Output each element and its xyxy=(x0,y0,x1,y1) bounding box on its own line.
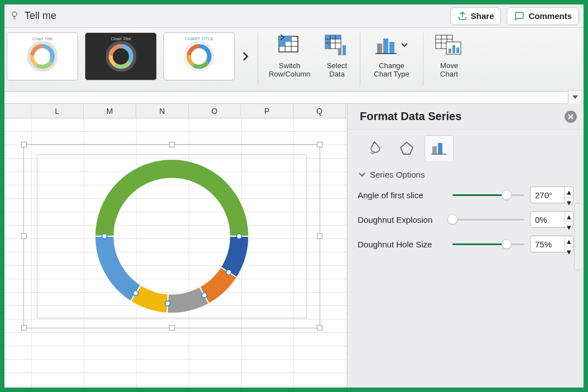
tell-me-search[interactable]: Tell me xyxy=(25,10,56,22)
step-up[interactable]: ▴ xyxy=(565,212,573,222)
donut-slice[interactable] xyxy=(95,159,249,236)
comments-label: Comments xyxy=(528,11,572,21)
chart-style-thumb[interactable]: CHART TITLE xyxy=(163,32,235,80)
explosion-slider[interactable] xyxy=(452,214,524,225)
switch-row-column-button[interactable]: SwitchRow/Column xyxy=(262,28,317,78)
svg-point-0 xyxy=(12,12,17,16)
svg-rect-14 xyxy=(325,35,330,49)
series-options-section[interactable]: Series Options xyxy=(359,170,573,179)
svg-rect-35 xyxy=(432,146,437,154)
ribbon-divider xyxy=(258,32,258,86)
series-selection-dot[interactable] xyxy=(226,270,231,275)
ribbon-collapse-button[interactable] xyxy=(568,90,582,104)
tab-effects[interactable] xyxy=(392,135,421,161)
angle-slider[interactable] xyxy=(452,189,524,200)
chart-type-icon xyxy=(375,34,408,57)
tab-series-options[interactable] xyxy=(425,135,454,161)
resize-handle[interactable] xyxy=(317,233,322,239)
resize-handle[interactable] xyxy=(21,325,27,331)
resize-handle[interactable] xyxy=(169,325,175,331)
series-selection-dot[interactable] xyxy=(133,290,138,295)
spreadsheet-grid[interactable]: LMNOPQ xyxy=(4,104,347,388)
tab-fill-line[interactable] xyxy=(360,135,389,161)
ribbon-divider xyxy=(360,32,360,86)
share-button[interactable]: Share xyxy=(450,7,502,25)
explosion-label: Doughnut Explosion xyxy=(358,215,452,224)
series-selection-dot[interactable] xyxy=(102,234,107,239)
comments-button[interactable]: Comments xyxy=(507,7,579,25)
explosion-input[interactable]: 0% ▴▾ xyxy=(530,211,573,228)
step-down[interactable]: ▾ xyxy=(565,246,573,257)
angle-input[interactable]: 270° ▴▾ xyxy=(530,187,573,203)
move-chart-button[interactable]: MoveChart xyxy=(427,28,471,78)
svg-rect-21 xyxy=(377,44,382,54)
resize-handle[interactable] xyxy=(317,325,322,331)
bulb-icon xyxy=(9,9,20,22)
hole-label: Doughnut Hole Size xyxy=(358,240,452,249)
svg-rect-22 xyxy=(383,39,388,54)
column-header[interactable]: M xyxy=(84,104,136,118)
chart-style-thumb[interactable]: Chart Title xyxy=(85,32,156,80)
svg-rect-11 xyxy=(285,36,291,41)
svg-rect-36 xyxy=(438,143,442,154)
resize-handle[interactable] xyxy=(21,233,27,239)
share-label: Share xyxy=(471,11,494,21)
svg-rect-10 xyxy=(279,41,285,46)
series-selection-dot[interactable] xyxy=(202,293,207,298)
svg-rect-32 xyxy=(452,45,455,53)
chart-style-thumb[interactable]: Chart Title xyxy=(7,32,78,80)
step-up[interactable]: ▴ xyxy=(565,236,573,246)
chart-styles-gallery[interactable]: Chart Title Chart Title xyxy=(7,32,252,80)
chart-object[interactable] xyxy=(23,144,320,328)
column-header[interactable]: P xyxy=(241,104,293,118)
angle-label: Angle of first slice xyxy=(358,190,452,200)
close-button[interactable] xyxy=(565,111,577,123)
chevron-down-icon xyxy=(401,41,408,50)
svg-rect-31 xyxy=(449,49,451,53)
step-down[interactable]: ▾ xyxy=(565,222,573,232)
svg-rect-23 xyxy=(389,42,394,54)
format-pane-title: Format Data Series xyxy=(360,110,461,123)
move-chart-icon xyxy=(435,34,463,57)
column-header[interactable]: Q xyxy=(293,104,346,118)
ribbon-divider xyxy=(423,32,423,86)
sidebar-tab-handle[interactable] xyxy=(574,203,584,270)
gallery-next-button[interactable] xyxy=(238,32,252,80)
resize-handle[interactable] xyxy=(21,142,27,147)
step-down[interactable]: ▾ xyxy=(565,197,573,208)
chevron-down-icon xyxy=(359,170,365,179)
select-data-icon xyxy=(325,34,349,57)
resize-handle[interactable] xyxy=(169,142,175,147)
format-pane: Format Data Series xyxy=(347,104,584,388)
hole-input[interactable]: 75% ▴▾ xyxy=(530,236,573,252)
column-header[interactable]: O xyxy=(189,104,241,118)
series-selection-dot[interactable] xyxy=(165,301,170,306)
select-data-button[interactable]: SelectData xyxy=(317,28,356,78)
svg-marker-34 xyxy=(401,142,413,154)
switch-icon xyxy=(278,34,301,57)
resize-handle[interactable] xyxy=(317,142,322,147)
hole-slider[interactable] xyxy=(452,238,524,250)
doughnut-chart[interactable] xyxy=(90,155,253,318)
step-up[interactable]: ▴ xyxy=(565,187,573,197)
column-header[interactable]: N xyxy=(136,104,189,118)
column-header[interactable]: L xyxy=(31,104,84,118)
svg-rect-33 xyxy=(456,47,459,53)
change-chart-type-button[interactable]: ChangeChart Type xyxy=(364,28,420,78)
series-selection-dot[interactable] xyxy=(237,234,242,239)
svg-rect-19 xyxy=(338,49,341,55)
svg-rect-20 xyxy=(343,45,346,55)
